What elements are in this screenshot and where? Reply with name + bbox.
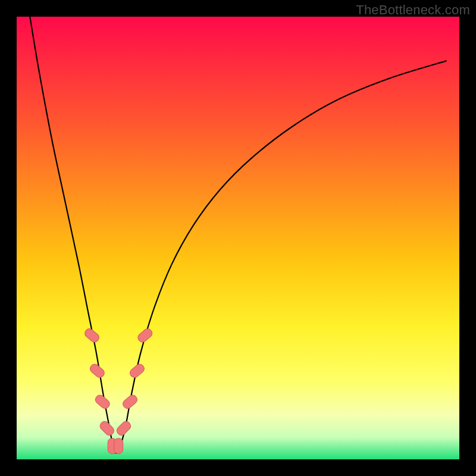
curve-marker [121,393,139,410]
watermark-text: TheBottleneck.com [356,2,470,18]
bottleneck-curve [30,17,446,453]
curve-marker [98,419,115,437]
plot-area [17,17,459,459]
curve-marker [115,419,133,437]
curve-marker [129,362,146,379]
curve-markers [83,327,154,454]
curve-marker [136,327,154,344]
chart-svg [17,17,459,459]
curve-marker [89,362,107,379]
chart-frame: TheBottleneck.com [0,0,476,476]
curve-marker [114,439,123,454]
curve-marker [83,327,101,344]
curve-marker [94,393,112,410]
